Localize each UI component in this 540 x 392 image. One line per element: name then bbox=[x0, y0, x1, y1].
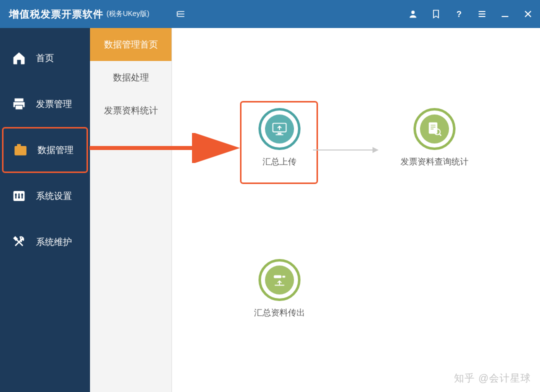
nav-label: 系统设置 bbox=[36, 190, 72, 202]
svg-point-0 bbox=[412, 10, 415, 14]
sidebar-item-home[interactable]: 首页 bbox=[0, 35, 90, 81]
settings-icon bbox=[11, 188, 27, 204]
close-button[interactable] bbox=[523, 9, 533, 19]
printer-icon bbox=[11, 96, 27, 112]
submenu-label: 数据管理首页 bbox=[104, 38, 158, 50]
svg-rect-4 bbox=[16, 106, 23, 110]
help-icon[interactable]: ? bbox=[454, 9, 464, 19]
svg-rect-15 bbox=[276, 134, 283, 135]
submenu-label: 发票资料统计 bbox=[104, 104, 158, 116]
watermark: 知乎 @会计星球 bbox=[454, 372, 531, 385]
action-label: 汇总资料传出 bbox=[254, 307, 305, 318]
bookmark-icon[interactable] bbox=[431, 9, 441, 19]
action-invoice-query-stats[interactable]: 发票资料查询统计 bbox=[392, 108, 477, 168]
svg-rect-20 bbox=[275, 285, 284, 286]
nav-label: 系统维护 bbox=[36, 236, 72, 248]
svg-rect-2 bbox=[14, 98, 24, 102]
svg-rect-14 bbox=[278, 133, 282, 134]
content-area: 汇总上传 发票资料查询统计 汇总资料传出 bbox=[172, 28, 540, 392]
svg-point-11 bbox=[21, 194, 23, 196]
user-icon[interactable] bbox=[408, 9, 418, 19]
svg-rect-18 bbox=[274, 276, 282, 278]
svg-rect-19 bbox=[282, 276, 286, 278]
titlebar: 增值税发票开票软件 (税务UKey版) ? bbox=[0, 0, 540, 28]
sidebar-item-invoice[interactable]: 发票管理 bbox=[0, 81, 90, 127]
secondary-sidebar: 数据管理首页 数据处理 发票资料统计 bbox=[90, 28, 172, 392]
nav-label: 数据管理 bbox=[38, 144, 74, 156]
svg-rect-7 bbox=[17, 150, 20, 152]
action-summary-export[interactable]: 汇总资料传出 bbox=[247, 259, 312, 318]
connector-arrow bbox=[313, 150, 378, 150]
app-title: 增值税发票开票软件 bbox=[9, 8, 104, 21]
submenu-item-data-process[interactable]: 数据处理 bbox=[90, 61, 172, 94]
svg-rect-6 bbox=[18, 144, 20, 148]
submenu-item-invoice-stats[interactable]: 发票资料统计 bbox=[90, 94, 172, 127]
folder-icon bbox=[12, 142, 28, 158]
sidebar-item-settings[interactable]: 系统设置 bbox=[0, 173, 90, 219]
nav-label: 首页 bbox=[36, 52, 54, 64]
submenu-label: 数据处理 bbox=[113, 72, 149, 84]
tools-icon bbox=[11, 234, 27, 250]
primary-sidebar: 首页 发票管理 数据管理 系统设置 系统维护 bbox=[0, 28, 90, 392]
menu-icon[interactable] bbox=[477, 9, 487, 19]
sidebar-item-maintenance[interactable]: 系统维护 bbox=[0, 219, 90, 265]
svg-text:?: ? bbox=[456, 10, 462, 19]
home-icon bbox=[11, 50, 27, 66]
svg-rect-16 bbox=[429, 122, 438, 134]
sidebar-item-data[interactable]: 数据管理 bbox=[2, 127, 88, 173]
action-label: 发票资料查询统计 bbox=[400, 156, 468, 168]
minimize-button[interactable] bbox=[500, 9, 510, 19]
upload-monitor-icon bbox=[265, 114, 294, 144]
submenu-item-data-home[interactable]: 数据管理首页 bbox=[90, 28, 172, 61]
svg-point-9 bbox=[15, 194, 17, 196]
action-summary-upload[interactable]: 汇总上传 bbox=[247, 108, 312, 168]
collapse-sidebar-button[interactable] bbox=[174, 7, 188, 21]
annotation-arrow bbox=[87, 133, 247, 163]
document-search-icon bbox=[420, 114, 449, 144]
app-subtitle: (税务UKey版) bbox=[106, 10, 150, 18]
svg-point-10 bbox=[18, 196, 20, 198]
export-icon bbox=[265, 266, 294, 294]
nav-label: 发票管理 bbox=[36, 98, 72, 110]
action-label: 汇总上传 bbox=[262, 156, 296, 168]
